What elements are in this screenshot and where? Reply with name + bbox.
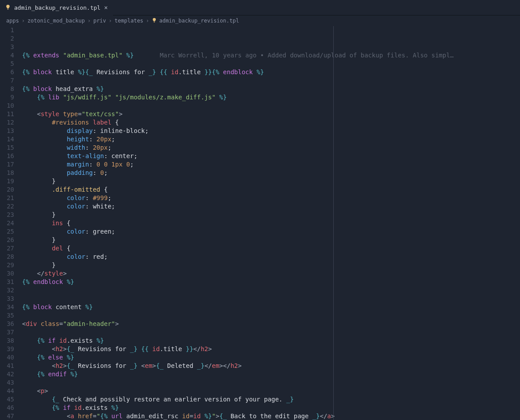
- git-blame-annotation: Marc Worrell, 10 years ago • Added downl…: [160, 52, 454, 59]
- code-line[interactable]: <h2>{_ Revisions for _} {{ id.title }}</…: [22, 345, 520, 353]
- code-line[interactable]: {% if id.exists %}: [22, 337, 520, 345]
- line-number: 11: [0, 110, 14, 118]
- line-number: 29: [0, 261, 14, 269]
- crumb[interactable]: zotonic_mod_backup: [27, 18, 85, 24]
- code-line[interactable]: {% block content %}: [22, 303, 520, 311]
- line-number: 7: [0, 76, 14, 85]
- code-line[interactable]: {% if id.exists %}: [22, 404, 520, 412]
- line-number: 46: [0, 404, 14, 412]
- code-line[interactable]: {% block head_extra %}: [22, 85, 520, 93]
- ruler-line: [333, 26, 334, 420]
- code-line[interactable]: width: 20px;: [22, 144, 520, 152]
- chevron-right-icon: ›: [22, 18, 25, 24]
- line-number: 19: [0, 177, 14, 185]
- code-line[interactable]: height: 20px;: [22, 135, 520, 144]
- close-icon[interactable]: ×: [104, 4, 108, 11]
- breadcrumb: apps › zotonic_mod_backup › priv › templ…: [0, 15, 520, 26]
- line-number: 18: [0, 169, 14, 177]
- crumb[interactable]: admin_backup_revision.tpl: [159, 18, 239, 24]
- line-number: 3: [0, 43, 14, 51]
- code-line[interactable]: del {: [22, 244, 520, 253]
- line-number: 14: [0, 135, 14, 144]
- code-line[interactable]: #revisions label {: [22, 118, 520, 127]
- line-number: 27: [0, 244, 14, 253]
- line-number: 24: [0, 219, 14, 227]
- code-line[interactable]: {% lib "js/wdiff.js" "js/modules/z.make_…: [22, 93, 520, 102]
- line-number: 47: [0, 412, 14, 420]
- line-number: 34: [0, 303, 14, 311]
- line-number: 42: [0, 370, 14, 378]
- code-line[interactable]: }: [22, 236, 520, 244]
- line-number: 12: [0, 118, 14, 127]
- line-number: 28: [0, 253, 14, 261]
- code-line[interactable]: [22, 328, 520, 337]
- code-line[interactable]: color: #999;: [22, 194, 520, 202]
- code-line[interactable]: [22, 60, 520, 68]
- code-line[interactable]: <style type="text/css">: [22, 110, 520, 118]
- code-line[interactable]: }: [22, 177, 520, 185]
- line-number: 26: [0, 236, 14, 244]
- line-number: 9: [0, 93, 14, 102]
- code-line[interactable]: color: red;: [22, 253, 520, 261]
- code-line[interactable]: color: white;: [22, 202, 520, 211]
- code-line[interactable]: <h2>{_ Revisions for _} <em>{_ Deleted _…: [22, 362, 520, 370]
- code-line[interactable]: }: [22, 261, 520, 269]
- chevron-right-icon: ›: [87, 18, 90, 24]
- line-number: 40: [0, 353, 14, 362]
- chevron-right-icon: ›: [109, 18, 112, 24]
- line-number: 38: [0, 337, 14, 345]
- line-number: 4: [0, 51, 14, 60]
- line-number: 31: [0, 278, 14, 286]
- line-number: 35: [0, 311, 14, 320]
- line-number: 1: [0, 26, 14, 34]
- code-line[interactable]: [22, 102, 520, 110]
- line-number: 39: [0, 345, 14, 353]
- code-line[interactable]: <a href="{% url admin_edit_rsc id=id %}"…: [22, 412, 520, 420]
- line-number: 23: [0, 211, 14, 219]
- code-line[interactable]: {% endblock %}: [22, 278, 520, 286]
- code-line[interactable]: }: [22, 211, 520, 219]
- code-line[interactable]: {% block title %}{_ Revisions for _} {{ …: [22, 68, 520, 76]
- code-line[interactable]: ins {: [22, 219, 520, 227]
- code-line[interactable]: display: inline-block;: [22, 127, 520, 135]
- line-number: 20: [0, 185, 14, 194]
- editor-tab[interactable]: admin_backup_revision.tpl ×: [0, 0, 113, 15]
- line-number: 6: [0, 68, 14, 76]
- code-content[interactable]: {% extends "admin_base.tpl" %} Marc Worr…: [22, 26, 520, 420]
- code-line[interactable]: </style>: [22, 269, 520, 278]
- crumb[interactable]: priv: [93, 18, 106, 24]
- line-number: 8: [0, 85, 14, 93]
- line-number: 10: [0, 102, 14, 110]
- tab-filename: admin_backup_revision.tpl: [14, 4, 101, 11]
- code-line[interactable]: {% endif %}: [22, 370, 520, 378]
- code-line[interactable]: padding: 0;: [22, 169, 520, 177]
- line-number: 17: [0, 160, 14, 169]
- crumb[interactable]: templates: [115, 18, 143, 24]
- code-line[interactable]: [22, 378, 520, 387]
- line-number: 22: [0, 202, 14, 211]
- code-line[interactable]: [22, 286, 520, 295]
- code-line[interactable]: [22, 311, 520, 320]
- line-number: 32: [0, 286, 14, 295]
- code-line[interactable]: margin: 0 0 1px 0;: [22, 160, 520, 169]
- code-line[interactable]: {% extends "admin_base.tpl" %} Marc Worr…: [22, 51, 520, 60]
- line-number-gutter: 1234567891011121314151617181920212223242…: [0, 26, 22, 420]
- crumb[interactable]: apps: [6, 18, 19, 24]
- lightbulb-icon: [5, 4, 11, 11]
- code-line[interactable]: text-align: center;: [22, 152, 520, 160]
- line-number: 15: [0, 144, 14, 152]
- line-number: 43: [0, 378, 14, 387]
- code-editor[interactable]: 1234567891011121314151617181920212223242…: [0, 26, 520, 420]
- code-line[interactable]: .diff-omitted {: [22, 185, 520, 194]
- code-line[interactable]: [22, 76, 520, 85]
- code-line[interactable]: <div class="admin-header">: [22, 320, 520, 328]
- code-line[interactable]: {_ Check and possibly restore an earlier…: [22, 395, 520, 404]
- code-line[interactable]: color: green;: [22, 227, 520, 236]
- line-number: 5: [0, 60, 14, 68]
- line-number: 41: [0, 362, 14, 370]
- line-number: 25: [0, 227, 14, 236]
- code-line[interactable]: {% else %}: [22, 353, 520, 362]
- code-line[interactable]: [22, 295, 520, 303]
- line-number: 37: [0, 328, 14, 337]
- code-line[interactable]: <p>: [22, 387, 520, 395]
